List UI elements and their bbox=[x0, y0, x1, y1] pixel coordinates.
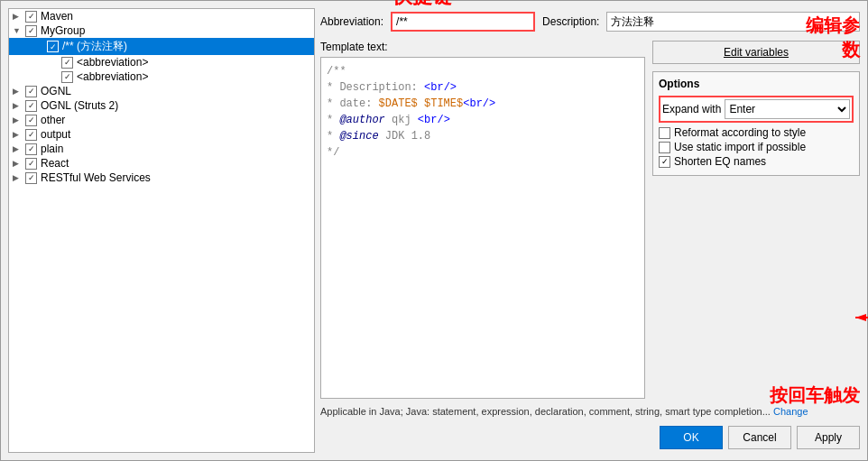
template-line-4: * @author qkj <br/> bbox=[327, 112, 639, 128]
edit-variables-button[interactable]: Edit variables bbox=[652, 41, 860, 64]
expand-with-label: Expand with bbox=[662, 103, 721, 115]
right-panel: Abbreviation: Description: 快捷键 Template … bbox=[320, 8, 860, 453]
template-line-6: */ bbox=[327, 144, 639, 161]
tree-item-label: OGNL (Struts 2) bbox=[41, 99, 118, 112]
tree-item-output[interactable]: output bbox=[9, 127, 314, 142]
applicable-text: Applicable in Java; Java: statement, exp… bbox=[320, 406, 771, 417]
ok-button[interactable]: OK bbox=[660, 426, 723, 449]
tree-item-label: plain bbox=[41, 143, 63, 155]
chevron-icon bbox=[13, 12, 23, 21]
tree-item-label: React bbox=[41, 157, 69, 170]
chevron-icon bbox=[13, 115, 23, 124]
tree-item-ognl[interactable]: OGNL bbox=[9, 84, 314, 98]
tree-item-label: <abbreviation> bbox=[77, 56, 148, 69]
reformat-row: Reformat according to style bbox=[659, 126, 854, 139]
tree-checkbox[interactable] bbox=[25, 158, 37, 170]
shorten-eq-checkbox[interactable] bbox=[659, 156, 670, 168]
reformat-label: Reformat according to style bbox=[674, 126, 806, 139]
template-line-3: * date: $DATE$ $TIME$<br/> bbox=[327, 96, 639, 112]
tree-item-label: <abbreviation> bbox=[77, 70, 148, 83]
tree-item-plain[interactable]: plain bbox=[9, 142, 314, 156]
tree-item-label: /** (方法注释) bbox=[62, 39, 127, 54]
shorten-eq-label: Shorten EQ names bbox=[674, 155, 766, 168]
tree-item-label: MyGroup bbox=[41, 24, 85, 37]
description-input[interactable] bbox=[606, 12, 860, 32]
tree-checkbox[interactable] bbox=[25, 115, 37, 126]
options-box: Options Expand with Enter Tab Space bbox=[652, 71, 860, 176]
reformat-checkbox[interactable] bbox=[659, 127, 670, 139]
abbreviation-row: Abbreviation: Description: 快捷键 bbox=[320, 8, 860, 35]
tree-checkbox[interactable] bbox=[25, 129, 37, 141]
static-import-checkbox[interactable] bbox=[659, 142, 670, 153]
tree-item-react[interactable]: React bbox=[9, 156, 314, 171]
tree-item-label: output bbox=[41, 128, 70, 141]
static-import-label: Use static import if possible bbox=[674, 141, 806, 153]
chevron-icon bbox=[13, 144, 23, 153]
template-section: Template text: /** * Description: <br/> … bbox=[320, 41, 860, 399]
tree-item-maven[interactable]: Maven bbox=[9, 9, 314, 23]
tree-item-label: Maven bbox=[41, 10, 73, 23]
template-tree[interactable]: Maven MyGroup /** (方法注释) bbox=[8, 8, 315, 453]
tree-item-label: RESTful Web Services bbox=[41, 171, 151, 184]
template-line-1: /** bbox=[327, 63, 639, 79]
chevron-icon bbox=[13, 173, 23, 182]
change-link[interactable]: Change bbox=[773, 406, 808, 417]
tree-item-other[interactable]: other bbox=[9, 113, 314, 127]
annotation-enter-trigger: 按回车触发 bbox=[770, 383, 860, 408]
tree-item-restful[interactable]: RESTful Web Services bbox=[9, 171, 314, 185]
annotation-shortcut: 快捷键 bbox=[392, 0, 452, 10]
tree-item-method-comment[interactable]: /** (方法注释) bbox=[9, 38, 314, 55]
template-left: Template text: /** * Description: <br/> … bbox=[320, 41, 645, 399]
tree-checkbox[interactable] bbox=[47, 41, 59, 52]
tree-checkbox[interactable] bbox=[25, 100, 37, 112]
chevron-icon bbox=[13, 159, 23, 168]
template-line-2: * Description: <br/> bbox=[327, 79, 639, 96]
tree-checkbox[interactable] bbox=[25, 25, 37, 37]
applicable-row: Applicable in Java; Java: statement, exp… bbox=[320, 406, 860, 417]
cancel-button[interactable]: Cancel bbox=[728, 426, 791, 449]
tree-item-mygroup[interactable]: MyGroup bbox=[9, 23, 314, 38]
tree-item-abbr2[interactable]: <abbreviation> bbox=[9, 69, 314, 84]
expand-with-row: Expand with Enter Tab Space bbox=[659, 96, 854, 123]
description-label: Description: bbox=[542, 15, 599, 28]
tree-item-label: other bbox=[41, 114, 65, 126]
tree-checkbox[interactable] bbox=[25, 143, 37, 155]
template-text-area[interactable]: /** * Description: <br/> * date: $DATE$ … bbox=[320, 57, 645, 399]
tree-checkbox[interactable] bbox=[61, 71, 73, 83]
template-right: Edit variables 编辑参数 Options Expand with … bbox=[652, 41, 860, 399]
template-label: Template text: bbox=[320, 41, 645, 53]
static-import-row: Use static import if possible bbox=[659, 141, 854, 153]
tree-item-label: OGNL bbox=[41, 85, 71, 97]
chevron-icon bbox=[13, 101, 23, 110]
shorten-eq-row: Shorten EQ names bbox=[659, 155, 854, 168]
template-line-5: * @since JDK 1.8 bbox=[327, 128, 639, 144]
options-title: Options bbox=[659, 78, 854, 90]
tree-checkbox[interactable] bbox=[25, 11, 37, 23]
tree-item-ognl-struts2[interactable]: OGNL (Struts 2) bbox=[9, 98, 314, 113]
chevron-icon bbox=[13, 26, 23, 35]
tree-item-abbr1[interactable]: <abbreviation> bbox=[9, 55, 314, 69]
chevron-icon bbox=[13, 130, 23, 139]
expand-with-select[interactable]: Enter Tab Space bbox=[725, 99, 850, 119]
apply-button[interactable]: Apply bbox=[797, 426, 860, 449]
chevron-icon bbox=[13, 87, 23, 96]
abbreviation-label: Abbreviation: bbox=[320, 15, 383, 28]
tree-checkbox[interactable] bbox=[25, 86, 37, 97]
live-templates-dialog: Maven MyGroup /** (方法注释) bbox=[0, 0, 868, 461]
abbreviation-input[interactable] bbox=[391, 12, 535, 32]
bottom-buttons: OK Cancel Apply bbox=[320, 422, 860, 453]
tree-checkbox[interactable] bbox=[61, 57, 73, 69]
tree-checkbox[interactable] bbox=[25, 172, 37, 184]
